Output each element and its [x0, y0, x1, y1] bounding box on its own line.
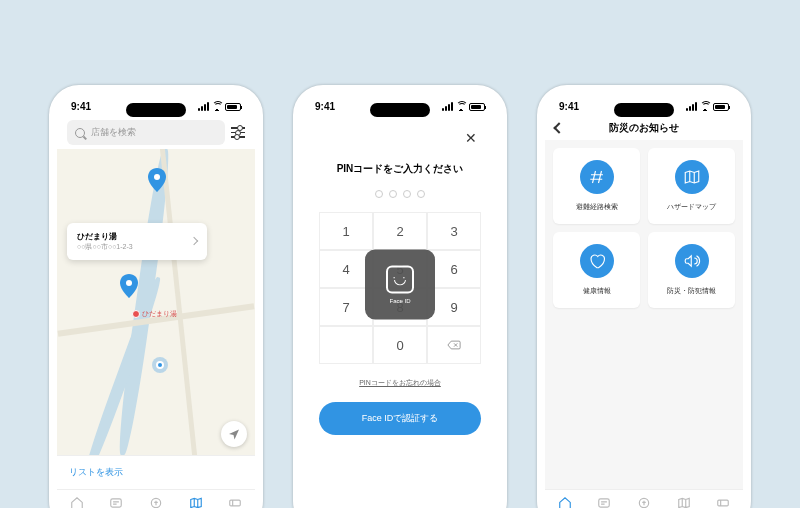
filter-button[interactable]: [231, 126, 245, 140]
callout-title: ひだまり湯: [77, 231, 133, 242]
map-callout[interactable]: ひだまり湯 ○○県○○市○○1-2-3: [67, 223, 207, 260]
status-time: 9:41: [71, 101, 91, 112]
key-6[interactable]: 6: [427, 250, 481, 288]
key-empty: [319, 326, 373, 364]
faceid-overlay: Face ID: [365, 250, 435, 320]
svg-point-0: [154, 174, 160, 180]
map-view[interactable]: ひだまり湯 ○○県○○市○○1-2-3 ひだまり湯: [57, 149, 255, 455]
megaphone-icon: [675, 244, 709, 278]
tab-home[interactable]: ホーム: [545, 496, 585, 508]
svg-rect-4: [230, 500, 241, 506]
health-icon: [580, 244, 614, 278]
search-icon: [75, 128, 85, 138]
page-title: 防災のお知らせ: [545, 121, 743, 135]
tab-map[interactable]: マップで検索: [664, 496, 704, 508]
search-placeholder: 店舗を検索: [91, 126, 136, 139]
search-input[interactable]: 店舗を検索: [67, 120, 225, 145]
phone-map: 9:41 店舗を検索 ひだまり湯: [49, 85, 263, 508]
phone-pin: 9:41 ✕ PINコードをご入力ください 1 2 3 4 5 6 7 8: [293, 85, 507, 508]
svg-rect-2: [111, 499, 122, 507]
signal-icon: [442, 102, 453, 111]
callout-address: ○○県○○市○○1-2-3: [77, 242, 133, 252]
faceid-auth-button[interactable]: Face IDで認証する: [319, 402, 481, 435]
wifi-icon: [700, 103, 710, 111]
faceid-label: Face ID: [389, 298, 410, 304]
map-poi-label: ひだまり湯: [132, 309, 177, 319]
phone-disaster: 9:41 防災のお知らせ 避難経路検索 ハザードマップ 健康情報: [537, 85, 751, 508]
faceid-icon: [386, 266, 414, 294]
map-pin[interactable]: [120, 273, 138, 299]
pin-title: PINコードをご入力ください: [337, 162, 464, 176]
card-prevention[interactable]: 防災・防犯情報: [648, 232, 735, 308]
pin-dots: [375, 190, 425, 198]
battery-icon: [469, 103, 485, 111]
key-2[interactable]: 2: [373, 212, 427, 250]
list-toggle-button[interactable]: リストを表示: [57, 455, 255, 489]
key-9[interactable]: 9: [427, 288, 481, 326]
close-button[interactable]: ✕: [461, 126, 481, 150]
tab-coupon[interactable]: クーポン: [703, 496, 743, 508]
battery-icon: [713, 103, 729, 111]
svg-point-1: [126, 280, 132, 286]
locate-button[interactable]: [221, 421, 247, 447]
tab-notice[interactable]: お知らせ: [97, 496, 137, 508]
signal-icon: [686, 102, 697, 111]
keypad: 1 2 3 4 5 6 7 8 9 0 Face ID: [319, 212, 481, 364]
map-pin[interactable]: [148, 167, 166, 193]
tab-bar: ホーム お知らせ 地域通貨 マップで検索 クーポン: [545, 489, 743, 508]
wifi-icon: [456, 103, 466, 111]
status-time: 9:41: [559, 101, 579, 112]
tab-currency[interactable]: 地域通貨: [136, 496, 176, 508]
page-header: 防災のお知らせ: [545, 116, 743, 140]
card-health[interactable]: 健康情報: [553, 232, 640, 308]
tab-notice[interactable]: お知らせ: [585, 496, 625, 508]
wifi-icon: [212, 103, 222, 111]
key-0[interactable]: 0: [373, 326, 427, 364]
key-3[interactable]: 3: [427, 212, 481, 250]
route-icon: [580, 160, 614, 194]
card-hazard[interactable]: ハザードマップ: [648, 148, 735, 224]
key-backspace[interactable]: [427, 326, 481, 364]
svg-rect-5: [599, 499, 610, 507]
signal-icon: [198, 102, 209, 111]
card-route[interactable]: 避難経路検索: [553, 148, 640, 224]
tab-coupon[interactable]: クーポン: [215, 496, 255, 508]
svg-rect-7: [718, 500, 729, 506]
current-location-dot: [156, 361, 164, 369]
notch: [370, 103, 430, 117]
tab-home[interactable]: ホーム: [57, 496, 97, 508]
card-grid: 避難経路検索 ハザードマップ 健康情報 防災・防犯情報: [545, 140, 743, 489]
tab-map[interactable]: マップで検索: [176, 496, 216, 508]
hazard-map-icon: [675, 160, 709, 194]
status-time: 9:41: [315, 101, 335, 112]
notch: [126, 103, 186, 117]
key-1[interactable]: 1: [319, 212, 373, 250]
notch: [614, 103, 674, 117]
chevron-right-icon: [190, 237, 198, 245]
tab-currency[interactable]: 地域通貨: [624, 496, 664, 508]
tab-bar: ホーム お知らせ 地域通貨 マップで検索 クーポン: [57, 489, 255, 508]
battery-icon: [225, 103, 241, 111]
forgot-pin-link[interactable]: PINコードをお忘れの場合: [359, 378, 441, 388]
